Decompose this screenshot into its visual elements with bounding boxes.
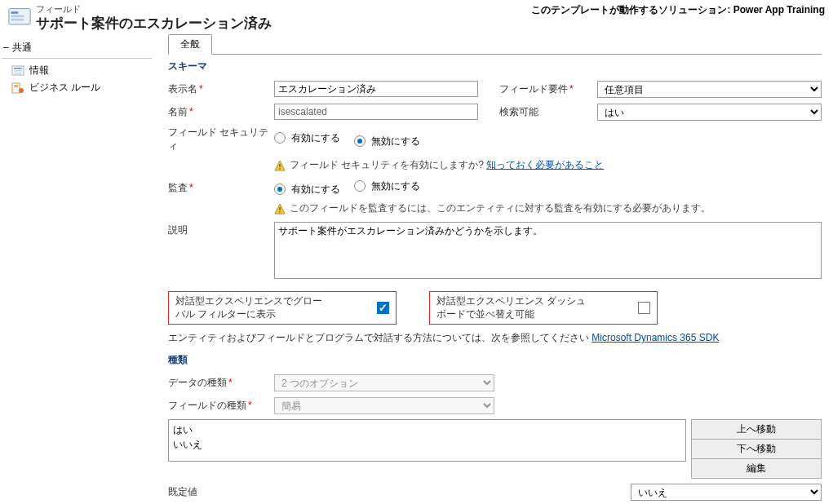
label-name: 名前* (168, 105, 274, 119)
label-field-requirement: フィールド要件* (499, 82, 597, 96)
audit-warning: このフィールドを監査するには、このエンティティに対する監査を有効にする必要があり… (274, 201, 822, 215)
label-dashboard-sort: 対話型エクスペリエンス ダッシュボードで並べ替え可能 (436, 295, 592, 321)
svg-rect-1 (11, 11, 19, 14)
warning-icon (274, 160, 286, 171)
sdk-reference: エンティティおよびフィールドとプログラムで対話する方法については、次を参照してく… (168, 331, 822, 345)
move-down-button[interactable]: 下へ移動 (691, 440, 822, 459)
data-type-select: 2 つのオプション (274, 374, 494, 391)
description-textarea[interactable] (274, 222, 822, 279)
dashboard-sort-checkbox[interactable] (638, 302, 650, 314)
sidebar-item-info[interactable]: 情報 (0, 62, 157, 79)
svg-rect-10 (14, 86, 18, 87)
options-list[interactable]: はい いいえ (168, 419, 686, 462)
header: フィールド サポート案件のエスカレーション済み このテンプレートが動作するソリュ… (0, 0, 833, 34)
label-audit: 監査* (168, 181, 274, 195)
solution-label: このテンプレートが動作するソリューション: Power App Training (531, 3, 825, 17)
radio-sec-disable[interactable]: 無効にする (354, 135, 420, 148)
radio-audit-disable[interactable]: 無効にする (354, 179, 420, 193)
svg-rect-8 (12, 83, 20, 93)
label-default: 既定値 (168, 485, 202, 499)
tab-bar: 全般 (168, 34, 822, 55)
label-searchable: 検索可能 (499, 105, 597, 119)
sdk-link[interactable]: Microsoft Dynamics 365 SDK (592, 332, 719, 343)
field-type-select: 簡易 (274, 397, 494, 414)
radio-sec-enable[interactable]: 有効にする (274, 131, 340, 145)
svg-rect-13 (279, 164, 280, 167)
section-type-title: 種類 (168, 353, 822, 367)
label-data-type: データの種類* (168, 376, 274, 390)
label-display-name: 表示名* (168, 82, 274, 96)
section-schema-title: スキーマ (168, 60, 822, 73)
label-field-security: フィールド セキュリティ (168, 126, 274, 153)
label-field-type: フィールドの種類* (168, 399, 274, 413)
list-item[interactable]: いいえ (173, 437, 681, 452)
header-title: サポート案件のエスカレーション済み (36, 14, 531, 33)
warning-icon (274, 203, 286, 214)
svg-point-11 (19, 88, 24, 93)
sidebar-item-label: 情報 (29, 64, 49, 77)
dashboard-sort-box: 対話型エクスペリエンス ダッシュボードで並べ替え可能 (429, 291, 658, 325)
default-value-select[interactable]: いいえ (631, 484, 822, 501)
svg-rect-5 (14, 68, 22, 69)
name-input (274, 104, 478, 120)
global-filter-box: 対話型エクスペリエンスでグローバル フィルターに表示 ✓ (168, 291, 397, 325)
move-up-button[interactable]: 上へ移動 (691, 419, 822, 440)
bizrules-icon (11, 82, 24, 94)
sidebar: – 共通 情報 ビジネス ルール (0, 34, 157, 504)
svg-rect-6 (14, 70, 22, 72)
svg-rect-7 (14, 73, 22, 74)
svg-rect-16 (279, 207, 280, 210)
list-item[interactable]: はい (173, 422, 681, 437)
info-icon (11, 65, 24, 77)
svg-rect-9 (14, 85, 18, 86)
field-requirement-select[interactable]: 任意項目 (597, 81, 822, 98)
label-global-filter: 対話型エクスペリエンスでグローバル フィルターに表示 (175, 295, 330, 321)
svg-rect-3 (11, 19, 24, 21)
sidebar-section-common: – 共通 (2, 39, 152, 59)
svg-rect-14 (279, 168, 280, 169)
display-name-input[interactable] (274, 81, 478, 97)
sidebar-item-bizrules[interactable]: ビジネス ルール (0, 79, 157, 96)
global-filter-checkbox[interactable]: ✓ (377, 302, 389, 314)
searchable-select[interactable]: はい (597, 104, 822, 121)
field-icon (8, 7, 31, 26)
sidebar-item-label: ビジネス ルール (29, 81, 100, 95)
security-link[interactable]: 知っておく必要があること (486, 158, 604, 172)
security-warning: フィールド セキュリティを有効にしますか? 知っておく必要があること (274, 158, 822, 172)
label-description: 説明 (168, 222, 274, 237)
radio-audit-enable[interactable]: 有効にする (274, 183, 340, 197)
svg-rect-17 (279, 211, 280, 212)
edit-button[interactable]: 編集 (691, 459, 822, 479)
tab-general[interactable]: 全般 (168, 34, 212, 55)
svg-rect-2 (11, 15, 24, 18)
